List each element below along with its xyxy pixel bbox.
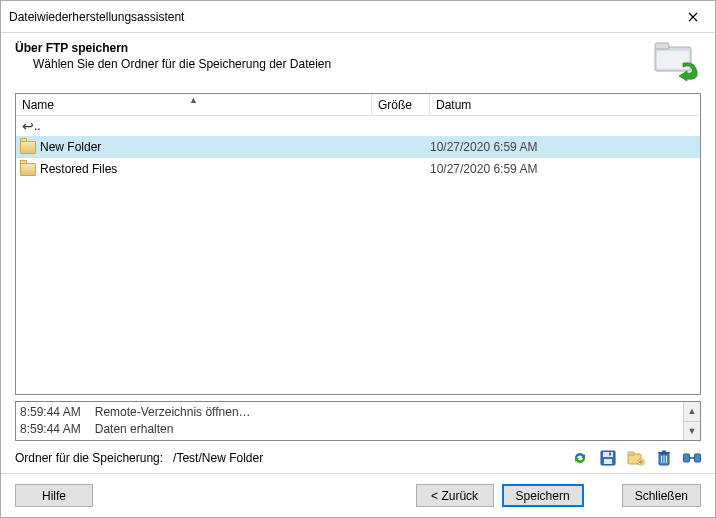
folder-icon: [20, 141, 36, 154]
window-title: Dateiwiederherstellungsassistent: [9, 10, 670, 24]
parent-folder-label: ..: [34, 119, 41, 133]
svg-rect-12: [662, 451, 666, 453]
row-date: 10/27/2020 6:59 AM: [430, 140, 700, 154]
column-header-name[interactable]: Name ▲: [16, 94, 372, 115]
row-date: 10/27/2020 6:59 AM: [430, 162, 700, 176]
up-arrow-icon: ↩: [20, 118, 34, 134]
save-button[interactable]: Speichern: [502, 484, 584, 507]
connection-button[interactable]: [683, 449, 701, 467]
column-headers: Name ▲ Größe Datum: [16, 94, 700, 116]
column-header-size[interactable]: Größe: [372, 94, 430, 115]
new-folder-icon: [627, 450, 645, 466]
parent-folder-row[interactable]: ↩ ..: [16, 116, 700, 136]
column-header-date-label: Datum: [436, 98, 471, 112]
save-path-value: /Test/New Folder: [173, 451, 263, 465]
svg-rect-13: [684, 454, 690, 462]
row-name: New Folder: [40, 140, 101, 154]
log-line: 8:59:44 AM Remote-Verzeichnis öffnen…: [20, 404, 679, 421]
save-path-text: Ordner für die Speicherung: /Test/New Fo…: [15, 451, 571, 465]
log-message: Remote-Verzeichnis öffnen…: [95, 404, 251, 421]
floppy-icon: [600, 450, 616, 466]
close-icon: [688, 12, 698, 22]
table-row[interactable]: Restored Files 10/27/2020 6:59 AM: [16, 158, 700, 180]
header-text: Über FTP speichern Wählen Sie den Ordner…: [15, 41, 653, 71]
log-scrollbar: ▲ ▼: [683, 402, 700, 440]
new-folder-button[interactable]: [627, 449, 645, 467]
file-list-panel: Name ▲ Größe Datum ↩ .. Ne: [15, 93, 701, 395]
header: Über FTP speichern Wählen Sie den Ordner…: [1, 33, 715, 93]
help-button[interactable]: Hilfe: [15, 484, 93, 507]
content-area: Name ▲ Größe Datum ↩ .. Ne: [1, 93, 715, 473]
column-header-name-label: Name: [22, 98, 54, 112]
toolbar: [571, 449, 701, 467]
ftp-folder-icon: [653, 41, 701, 83]
log-message: Daten erhalten: [95, 421, 174, 438]
refresh-button[interactable]: [571, 449, 589, 467]
log-panel: 8:59:44 AM Remote-Verzeichnis öffnen… 8:…: [15, 401, 701, 441]
close-button[interactable]: Schließen: [622, 484, 701, 507]
sort-ascending-icon: ▲: [189, 95, 198, 105]
svg-rect-8: [628, 452, 634, 455]
column-header-size-label: Größe: [378, 98, 412, 112]
header-title: Über FTP speichern: [15, 41, 653, 55]
table-row[interactable]: New Folder 10/27/2020 6:59 AM: [16, 136, 700, 158]
close-window-button[interactable]: [670, 2, 715, 32]
row-name: Restored Files: [40, 162, 117, 176]
delete-button[interactable]: [655, 449, 673, 467]
svg-rect-14: [695, 454, 701, 462]
save-path-label: Ordner für die Speicherung:: [15, 451, 163, 465]
header-subtitle: Wählen Sie den Ordner für die Speicherun…: [15, 57, 653, 71]
dialog-window: Dateiwiederherstellungsassistent Über FT…: [0, 0, 716, 518]
back-button[interactable]: < Zurück: [416, 484, 494, 507]
log-time: 8:59:44 AM: [20, 404, 81, 421]
svg-rect-6: [609, 453, 611, 456]
folder-icon: [20, 163, 36, 176]
log-body: 8:59:44 AM Remote-Verzeichnis öffnen… 8:…: [16, 402, 683, 440]
scroll-up-button[interactable]: ▲: [684, 402, 700, 421]
path-row: Ordner für die Speicherung: /Test/New Fo…: [15, 441, 701, 473]
column-header-date[interactable]: Datum: [430, 94, 700, 115]
save-icon-button[interactable]: [599, 449, 617, 467]
svg-rect-1: [655, 43, 669, 49]
log-time: 8:59:44 AM: [20, 421, 81, 438]
file-list-body[interactable]: ↩ .. New Folder 10/27/2020 6:59 AM Resto…: [16, 116, 700, 394]
scroll-down-button[interactable]: ▼: [684, 421, 700, 441]
footer: Hilfe < Zurück Speichern Schließen: [1, 473, 715, 517]
svg-rect-4: [603, 452, 613, 457]
log-line: 8:59:44 AM Daten erhalten: [20, 421, 679, 438]
svg-rect-5: [604, 459, 612, 464]
titlebar: Dateiwiederherstellungsassistent: [1, 1, 715, 33]
refresh-icon: [572, 450, 588, 466]
trash-icon: [657, 450, 671, 466]
connection-icon: [683, 451, 701, 465]
